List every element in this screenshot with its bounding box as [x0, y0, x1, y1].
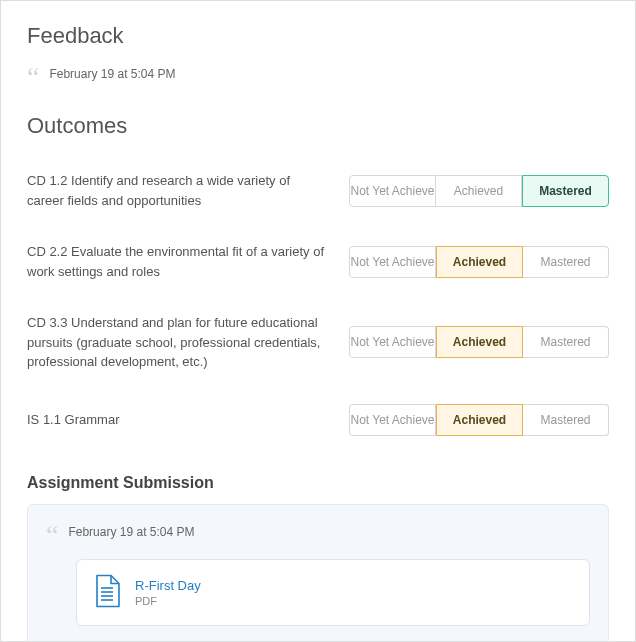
rating-group: Not Yet Achieve Achieved Mastered: [349, 326, 609, 358]
submission-box: “ February 19 at 5:04 PM R-First Day PDF: [27, 504, 609, 643]
outcome-label: IS 1.1 Grammar: [27, 410, 329, 430]
rating-not-yet[interactable]: Not Yet Achieve: [349, 326, 436, 358]
file-attachment[interactable]: R-First Day PDF: [76, 559, 590, 626]
submission-timestamp: February 19 at 5:04 PM: [68, 525, 194, 539]
rating-mastered[interactable]: Mastered: [523, 404, 609, 436]
page-container: Feedback “ February 19 at 5:04 PM Outcom…: [0, 0, 636, 642]
rating-group: Not Yet Achieve Achieved Mastered: [349, 404, 609, 436]
file-info: R-First Day PDF: [135, 578, 201, 607]
rating-achieved[interactable]: Achieved: [436, 404, 523, 436]
outcome-row: CD 3.3 Understand and plan for future ed…: [27, 297, 609, 388]
rating-not-yet[interactable]: Not Yet Achieve: [349, 246, 436, 278]
outcome-label: CD 2.2 Evaluate the environmental fit of…: [27, 242, 329, 281]
rating-achieved[interactable]: Achieved: [436, 246, 523, 278]
rating-group: Not Yet Achieve Achieved Mastered: [349, 246, 609, 278]
file-name: R-First Day: [135, 578, 201, 593]
outcome-row: CD 2.2 Evaluate the environmental fit of…: [27, 226, 609, 297]
rating-group: Not Yet Achieve Achieved Mastered: [349, 175, 609, 207]
rating-mastered[interactable]: Mastered: [522, 175, 609, 207]
rating-not-yet[interactable]: Not Yet Achieve: [349, 175, 436, 207]
rating-achieved[interactable]: Achieved: [436, 175, 522, 207]
feedback-heading: Feedback: [27, 23, 609, 49]
feedback-quote: “ February 19 at 5:04 PM: [27, 63, 609, 91]
quote-icon: “: [27, 63, 39, 91]
file-type: PDF: [135, 595, 201, 607]
rating-achieved[interactable]: Achieved: [436, 326, 523, 358]
submission-heading: Assignment Submission: [27, 474, 609, 492]
rating-mastered[interactable]: Mastered: [523, 246, 609, 278]
outcome-row: CD 1.2 Identify and research a wide vari…: [27, 155, 609, 226]
feedback-timestamp: February 19 at 5:04 PM: [49, 67, 175, 81]
outcome-row: IS 1.1 Grammar Not Yet Achieve Achieved …: [27, 388, 609, 452]
file-icon: [93, 574, 121, 611]
outcome-label: CD 1.2 Identify and research a wide vari…: [27, 171, 329, 210]
outcome-label: CD 3.3 Understand and plan for future ed…: [27, 313, 329, 372]
rating-mastered[interactable]: Mastered: [523, 326, 609, 358]
outcomes-heading: Outcomes: [27, 113, 609, 139]
submission-quote: “ February 19 at 5:04 PM: [46, 521, 590, 549]
quote-icon: “: [46, 521, 58, 549]
outcomes-list: CD 1.2 Identify and research a wide vari…: [27, 155, 609, 452]
rating-not-yet[interactable]: Not Yet Achieve: [349, 404, 436, 436]
